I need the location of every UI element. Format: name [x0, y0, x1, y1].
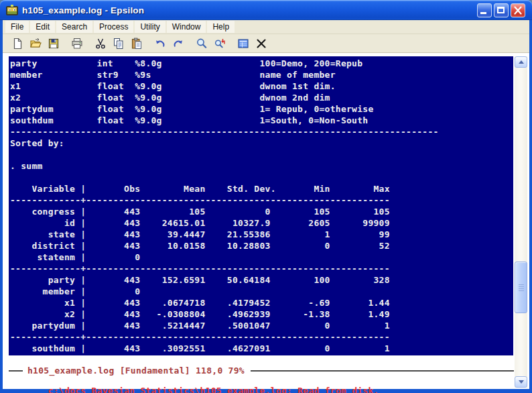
paste-clipboard-icon [131, 38, 143, 50]
copy-button[interactable] [111, 36, 127, 52]
text-buffer[interactable]: party int %8.0g 100=Demo, 200=Repub memb… [9, 56, 513, 354]
title-bar[interactable]: h105_example.log - Epsilon [0, 0, 532, 20]
scroll-down-icon [519, 380, 524, 384]
window-list-icon [237, 38, 249, 50]
window-list-button[interactable] [235, 36, 251, 52]
window-body: File Edit Search Process Utility Window … [3, 20, 529, 389]
cut-button[interactable] [92, 36, 109, 52]
menu-edit[interactable]: Edit [30, 21, 55, 33]
magnifier-arrows-icon [214, 38, 226, 50]
maximize-button[interactable] [494, 3, 509, 17]
menu-process[interactable]: Process [94, 21, 133, 33]
mode-line-rule-right [251, 370, 514, 372]
minimize-icon [480, 12, 486, 14]
open-file-button[interactable] [27, 36, 44, 52]
paste-button[interactable] [129, 36, 145, 52]
redo-button[interactable] [170, 36, 186, 52]
menu-file[interactable]: File [5, 21, 29, 33]
new-file-button[interactable] [9, 36, 25, 52]
echo-line: c:\docs_Bayesian_Statistics\h105_example… [5, 376, 379, 386]
menu-utility[interactable]: Utility [135, 21, 165, 33]
save-file-button[interactable] [46, 36, 62, 52]
redo-arrow-icon [172, 38, 184, 50]
print-button[interactable] [69, 36, 85, 52]
close-button[interactable] [511, 3, 525, 17]
toolbar [3, 34, 529, 53]
scissors-icon [94, 38, 107, 50]
search-replace-button[interactable] [212, 36, 228, 52]
search-button[interactable] [194, 36, 210, 52]
maximize-icon [497, 7, 505, 13]
mode-line: h105_example.log [Fundamental] 118,0 79% [9, 366, 514, 376]
scrollbar-thumb[interactable] [515, 262, 527, 313]
printer-icon [71, 38, 83, 50]
app-icon [5, 3, 19, 17]
new-file-icon [11, 38, 23, 50]
epsilon-window: h105_example.log - Epsilon File Edit Sea… [0, 0, 532, 393]
delete-window-button[interactable] [253, 36, 269, 52]
window-controls [477, 3, 525, 17]
echo-line-text: c:\docs_Bayesian_Statistics\h105_example… [48, 386, 379, 393]
save-floppy-icon [48, 38, 60, 50]
menu-help[interactable]: Help [207, 21, 235, 33]
minimize-button[interactable] [477, 3, 492, 17]
magnifier-icon [196, 38, 208, 50]
undo-arrow-icon [154, 38, 166, 50]
open-folder-icon [29, 38, 42, 50]
scroll-up-icon [519, 60, 524, 64]
copy-icon [113, 38, 125, 50]
menu-search[interactable]: Search [56, 21, 92, 33]
vertical-scrollbar[interactable] [515, 56, 527, 388]
mode-line-text: h105_example.log [Fundamental] 118,0 79% [27, 366, 245, 376]
undo-button[interactable] [152, 36, 168, 52]
close-x-icon [255, 38, 267, 50]
window-title: h105_example.log - Epsilon [22, 5, 144, 15]
editor-client-area: party int %8.0g 100=Demo, 200=Repub memb… [3, 53, 529, 389]
menu-bar: File Edit Search Process Utility Window … [3, 20, 529, 34]
menu-window[interactable]: Window [167, 21, 206, 33]
scrollbar-grip [519, 284, 524, 292]
scroll-down-button[interactable] [515, 376, 527, 388]
mode-line-rule-left [9, 370, 23, 372]
scroll-up-button[interactable] [515, 56, 527, 68]
close-icon [511, 4, 525, 17]
editor-area: party int %8.0g 100=Demo, 200=Repub memb… [9, 56, 513, 355]
